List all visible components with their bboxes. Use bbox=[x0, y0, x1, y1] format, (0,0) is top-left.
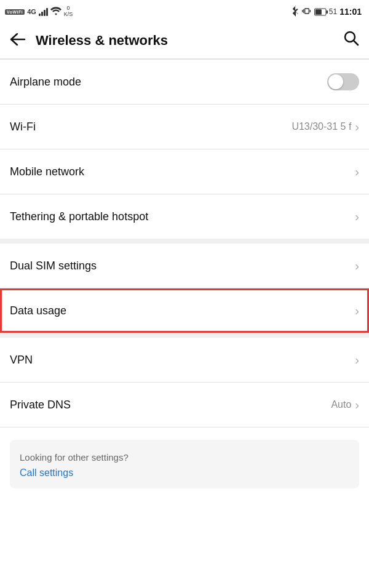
dual-sim-right: › bbox=[355, 259, 359, 273]
battery-icon: 51 bbox=[314, 7, 337, 16]
dual-sim-item[interactable]: Dual SIM settings › bbox=[0, 244, 369, 288]
wifi-chevron-icon: › bbox=[355, 120, 359, 134]
back-button[interactable] bbox=[10, 33, 26, 49]
status-bar: VoWiFi 4G 0 K/S bbox=[0, 0, 369, 22]
private-dns-label: Private DNS bbox=[10, 399, 71, 411]
footer-card: Looking for other settings? Call setting… bbox=[10, 440, 359, 488]
airplane-mode-toggle[interactable] bbox=[327, 73, 359, 90]
mobile-network-label: Mobile network bbox=[10, 165, 84, 178]
tethering-right: › bbox=[355, 210, 359, 224]
wifi-right: U13/30-31 5 f › bbox=[292, 120, 359, 134]
airplane-mode-label: Airplane mode bbox=[10, 76, 81, 89]
airplane-mode-item[interactable]: Airplane mode bbox=[0, 60, 369, 104]
svg-rect-1 bbox=[326, 10, 328, 13]
header-left: Wireless & networks bbox=[10, 33, 168, 49]
bluetooth-icon bbox=[292, 6, 300, 18]
signal-bars-icon bbox=[39, 7, 48, 16]
data-usage-chevron-icon: › bbox=[355, 304, 359, 318]
private-dns-value: Auto bbox=[331, 399, 351, 410]
mobile-network-chevron-icon: › bbox=[355, 165, 359, 179]
mobile-network-right: › bbox=[355, 165, 359, 179]
vpn-label: VPN bbox=[10, 354, 33, 367]
wifi-label: Wi-Fi bbox=[10, 121, 36, 133]
vpn-item[interactable]: VPN › bbox=[0, 338, 369, 382]
tethering-chevron-icon: › bbox=[355, 210, 359, 224]
divider-6 bbox=[0, 427, 369, 427]
data-usage-label: Data usage bbox=[10, 304, 66, 317]
tethering-label: Tethering & portable hotspot bbox=[10, 210, 148, 223]
network-type: 4G bbox=[27, 8, 36, 15]
search-button[interactable] bbox=[343, 30, 359, 50]
call-settings-link[interactable]: Call settings bbox=[20, 467, 349, 479]
vpn-chevron-icon: › bbox=[355, 353, 359, 367]
time-display: 11:01 bbox=[339, 7, 362, 17]
section-divider-2 bbox=[0, 333, 369, 338]
section-divider-1 bbox=[0, 239, 369, 244]
status-bar-left: VoWiFi 4G 0 K/S bbox=[5, 6, 73, 18]
private-dns-chevron-icon: › bbox=[355, 398, 359, 412]
footer-card-text: Looking for other settings? bbox=[20, 452, 349, 463]
data-speed: 0 K/S bbox=[64, 6, 73, 18]
wifi-item[interactable]: Wi-Fi U13/30-31 5 f › bbox=[0, 105, 369, 149]
app-header: Wireless & networks bbox=[0, 22, 369, 59]
vowifi-badge: VoWiFi bbox=[5, 9, 25, 15]
mobile-network-item[interactable]: Mobile network › bbox=[0, 149, 369, 194]
dual-sim-label: Dual SIM settings bbox=[10, 260, 97, 272]
vpn-right: › bbox=[355, 353, 359, 367]
data-usage-right: › bbox=[355, 304, 359, 318]
wifi-value: U13/30-31 5 f bbox=[292, 121, 351, 132]
page-title: Wireless & networks bbox=[36, 33, 168, 49]
data-usage-item[interactable]: Data usage › bbox=[0, 288, 369, 333]
vibrate-icon bbox=[302, 6, 312, 18]
svg-rect-2 bbox=[315, 9, 322, 14]
private-dns-item[interactable]: Private DNS Auto › bbox=[0, 383, 369, 427]
toggle-knob bbox=[328, 74, 343, 89]
wifi-status-icon bbox=[50, 7, 62, 17]
private-dns-right: Auto › bbox=[331, 398, 359, 412]
status-bar-right: 51 11:01 bbox=[292, 6, 362, 18]
dual-sim-chevron-icon: › bbox=[355, 259, 359, 273]
tethering-item[interactable]: Tethering & portable hotspot › bbox=[0, 194, 369, 239]
